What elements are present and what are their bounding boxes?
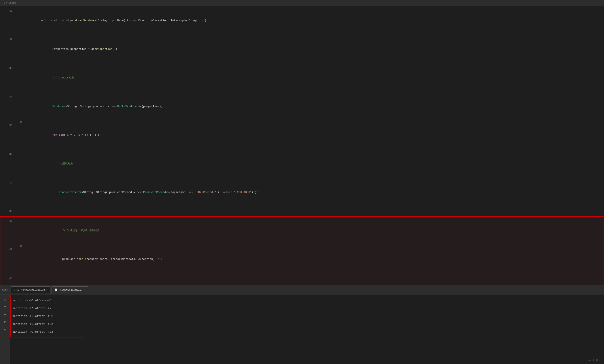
usage-label: // usage xyxy=(4,2,16,5)
file-icon: 📄 xyxy=(54,289,58,292)
console-line-1: partition-->1,offset-->7 xyxy=(10,304,604,312)
output-text-4: partition-->0,offset-->33 xyxy=(13,328,53,336)
console-line-3: partition-->0,offset-->32 xyxy=(10,320,604,328)
code-line-32: 32 Properties properties = getProperties… xyxy=(0,35,604,63)
code-line-40: 40 producer.send(producerRecord, (record… xyxy=(0,245,604,274)
tab-kafka-close[interactable]: ✕ xyxy=(46,289,47,291)
console-line-4: partition-->0,offset-->33 xyxy=(10,328,604,336)
code-content-31: public static void producerSendMore(Stri… xyxy=(25,6,604,35)
scroll-down-button[interactable]: ▼ xyxy=(2,304,8,310)
tab-producer[interactable]: 📄 ProducerExample3 ✕ xyxy=(51,286,88,293)
output-text-3: partition-->0,offset-->32 xyxy=(13,320,53,328)
code-line-38: 38 xyxy=(0,207,604,216)
output-text-0: partition-->1,offset-->6 xyxy=(13,297,51,304)
code-line-35: 35 for (int i = 0; i < 5; i++) { xyxy=(0,121,604,150)
code-line-41: 41 if(exception == null) { xyxy=(0,274,604,285)
tab-producer-close[interactable]: ✕ xyxy=(84,289,85,291)
breakpoint-40[interactable] xyxy=(20,245,22,247)
code-line-37: 37 ProducerRecord<String, String> produc… xyxy=(0,178,604,207)
filter-button[interactable]: ≡ xyxy=(2,312,8,318)
editor-area: // usage 31 public static void producerS… xyxy=(0,0,604,285)
line-num-31: 31 xyxy=(0,6,17,16)
tab-kafka[interactable]: ☕ KafkaApiApplication ✕ xyxy=(11,286,50,293)
console-line-0: partition-->1,offset-->6 xyxy=(10,297,604,304)
code-line-33: 33 //Producer对象 xyxy=(0,63,604,92)
code-line-31: 31 public static void producerSendMore(S… xyxy=(0,6,604,35)
tabs-bar: Run: ☕ KafkaApiApplication ✕ 📄 ProducerE… xyxy=(0,285,604,294)
code-line-39: 39 // 发送消息：异步发送并回调 xyxy=(0,216,604,245)
scroll-up-button[interactable]: ▲ xyxy=(2,297,8,303)
output-text-2: partition-->0,offset-->31 xyxy=(13,312,53,320)
code-line-36: 36 //消息对象 xyxy=(0,150,604,178)
settings-button[interactable]: ⚙ xyxy=(2,326,8,333)
console-area: partition-->1,offset-->6 partition-->1,o… xyxy=(10,294,604,355)
code-editor: 31 public static void producerSendMore(S… xyxy=(0,6,604,285)
kafka-icon: ☕ xyxy=(14,289,15,292)
output-text-1: partition-->1,offset-->7 xyxy=(13,304,51,312)
bottom-panel: Run: ☕ KafkaApiApplication ✕ 📄 ProducerE… xyxy=(0,285,604,364)
code-line-34: 34 Producer<String, String> producer = n… xyxy=(0,92,604,121)
watermark: CSDN @小熊- xyxy=(586,359,600,362)
tab-producer-label: ProducerExample3 xyxy=(59,289,83,291)
console-output-area: partition-->1,offset-->6 partition-->1,o… xyxy=(10,294,604,364)
kw-public: public xyxy=(39,19,49,22)
console-line-2: partition-->0,offset-->31 xyxy=(10,312,604,320)
header-strip: // usage xyxy=(0,0,604,6)
tab-kafka-label: KafkaApiApplication xyxy=(16,289,45,291)
breakpoint-35[interactable] xyxy=(20,121,22,123)
filter2-button[interactable]: ⊞ xyxy=(2,319,8,325)
run-label: Run: xyxy=(2,289,8,291)
